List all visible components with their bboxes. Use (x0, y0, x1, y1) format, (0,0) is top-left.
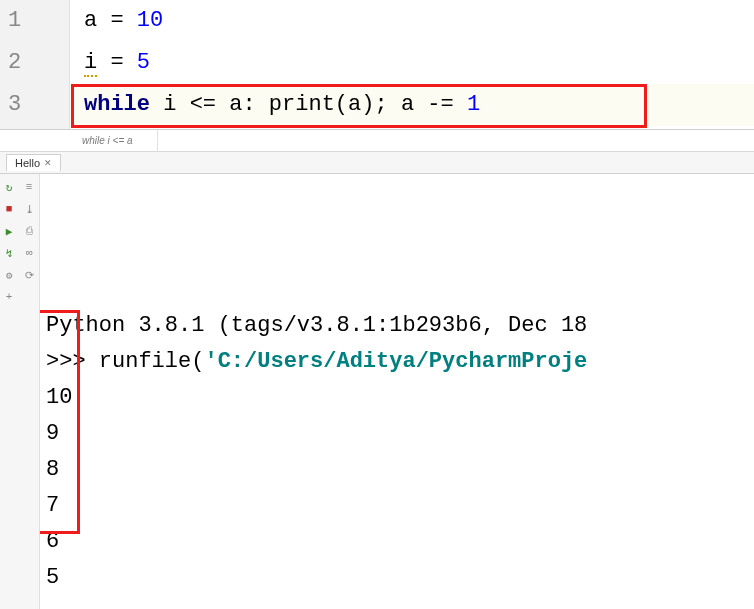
breadcrumb-bar: while i <= a (0, 130, 754, 152)
breadcrumb[interactable]: while i <= a (82, 130, 158, 152)
console-output-line: 8 (46, 452, 754, 488)
console-output[interactable]: Python 3.8.1 (tags/v3.8.1:1b293b6, Dec 1… (40, 174, 754, 609)
code-area[interactable]: a = 10i = 5while i <= a: print(a); a -= … (70, 0, 754, 129)
console-banner: Python 3.8.1 (tags/v3.8.1:1b293b6, Dec 1… (46, 308, 754, 344)
history-icon[interactable]: ⟳ (20, 266, 38, 284)
line-number: 3 (8, 84, 69, 126)
toggle-soft-wrap-icon[interactable]: ≡ (20, 178, 38, 196)
console-output-line: 5 (46, 560, 754, 596)
console-output-line: 6 (46, 524, 754, 560)
code-editor[interactable]: 123 a = 10i = 5while i <= a: print(a); a… (0, 0, 754, 130)
console-tab[interactable]: Hello ✕ (6, 154, 61, 171)
console-toolbar: ↻≡■⤓▶⎙↯∞⚙⟳+ (0, 174, 40, 609)
print-icon[interactable]: ⎙ (20, 222, 38, 240)
scroll-to-end-icon[interactable]: ⤓ (20, 200, 38, 218)
settings-icon[interactable]: ⚙ (0, 266, 18, 284)
tab-label: Hello (15, 157, 40, 169)
code-line[interactable]: a = 10 (70, 0, 754, 42)
console-output-line: 10 (46, 380, 754, 416)
code-line[interactable]: while i <= a: print(a); a -= 1 (70, 84, 754, 126)
close-icon[interactable]: ✕ (44, 158, 52, 168)
run-icon[interactable]: ▶ (0, 222, 18, 240)
line-number: 2 (8, 42, 69, 84)
console-panel: ↻≡■⤓▶⎙↯∞⚙⟳+ Python 3.8.1 (tags/v3.8.1:1b… (0, 174, 754, 609)
console-output-line: 9 (46, 416, 754, 452)
code-line[interactable]: i = 5 (70, 42, 754, 84)
console-command: >>> runfile('C:/Users/Aditya/PycharmProj… (46, 344, 754, 380)
line-number-gutter: 123 (0, 0, 70, 129)
rerun-icon[interactable]: ↻ (0, 178, 18, 196)
attach-icon[interactable]: ↯ (0, 244, 18, 262)
line-number: 1 (8, 0, 69, 42)
console-output-line: 7 (46, 488, 754, 524)
show-vars-icon[interactable]: ∞ (20, 244, 38, 262)
console-tab-bar: Hello ✕ (0, 152, 754, 174)
add-icon[interactable]: + (0, 288, 18, 306)
stop-icon[interactable]: ■ (0, 200, 18, 218)
